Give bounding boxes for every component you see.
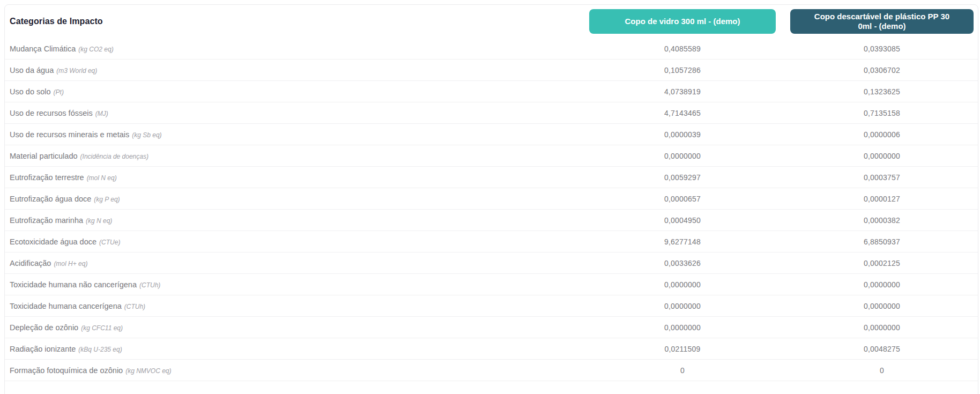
impact-category-unit: (kg CFC11 eq) [81, 324, 123, 332]
impact-category-label: Eutrofização terrestre [10, 173, 84, 182]
impact-category-label: Uso de recursos fósseis [10, 109, 93, 117]
impact-category-label: Uso do solo [10, 87, 51, 96]
product-1-value: 0,0033626 [589, 259, 776, 267]
product-1-value: 0,4085589 [589, 44, 776, 53]
impact-category-unit: (m3 World eq) [56, 67, 97, 75]
product-1-value: 0,0004950 [589, 216, 776, 225]
product-2-value: 0,1323625 [790, 87, 974, 96]
impact-table-row: Formação fotoquímica de ozônio(kg NMVOC … [5, 360, 978, 381]
product-1-value: 0,0000000 [589, 323, 776, 332]
product-column-label-line: 0ml - (demo) [858, 21, 905, 31]
impact-table-row: Eutrofização terrestre(mol N eq) 0,00592… [5, 167, 978, 188]
impact-category-label: Uso de recursos minerais e metais [10, 130, 129, 139]
impact-category-label: Eutrofização água doce [10, 195, 91, 203]
impact-category-unit: (kg NMVOC eq) [125, 367, 171, 375]
impact-category-label: Radiação ionizante [10, 345, 76, 353]
impact-category-label: Ecotoxicidade água doce [10, 237, 96, 246]
impact-category-unit: (mol N eq) [87, 174, 117, 182]
impact-category-unit: (kg P eq) [94, 196, 120, 203]
impact-category-unit: (MJ) [95, 110, 108, 117]
product-1-value: 0,0211509 [589, 345, 776, 353]
impact-category-label: Formação fotoquímica de ozônio [10, 366, 123, 375]
product-2-value: 0,0000000 [790, 323, 974, 332]
impact-category-label: Eutrofização marinha [10, 216, 83, 225]
product-2-value: 6,8850937 [790, 237, 974, 246]
impact-category-label: Toxicidade humana cancerígena [10, 302, 122, 310]
product-2-value: 0,0393085 [790, 44, 974, 53]
product-2-value: 0,0000000 [790, 280, 974, 289]
product-2-value: 0,0000000 [790, 302, 974, 310]
impact-table-row: Uso de recursos fósseis(MJ) 4,7143465 0,… [5, 102, 978, 124]
impact-category-unit: (CTUh) [124, 303, 145, 310]
impact-category-unit: (kg N eq) [86, 217, 112, 225]
impact-table-row: Toxicidade humana cancerígena(CTUh) 0,00… [5, 295, 978, 317]
product-1-value: 4,0738919 [589, 87, 776, 96]
impact-table-row: Depleção de ozônio(kg CFC11 eq) 0,000000… [5, 317, 978, 338]
impact-table-row: Material particulado(Incidência de doenç… [5, 145, 978, 167]
product-2-value: 0,7135158 [790, 109, 974, 117]
impact-category-unit: (Incidência de doenças) [80, 153, 149, 160]
product-column-button-1[interactable]: Copo de vidro 300 ml - (demo) [589, 9, 776, 34]
product-2-value: 0,0306702 [790, 66, 974, 75]
product-1-value: 0,0000000 [589, 302, 776, 310]
impact-category-unit: (kg CO2 eq) [78, 46, 113, 53]
impact-table-row: Acidificação(mol H+ eq) 0,0033626 0,0002… [5, 252, 978, 274]
impact-comparison-card: Categorias de Impacto Copo de vidro 300 … [4, 4, 978, 394]
impact-category-label: Acidificação [10, 259, 51, 267]
product-column-label-line: Copo de vidro 300 ml - (demo) [625, 17, 740, 26]
product-2-value: 0,0003757 [790, 173, 974, 182]
impact-table-row: Radiação ionizante(kBq U-235 eq) 0,02115… [5, 338, 978, 360]
product-2-value: 0,0000382 [790, 216, 974, 225]
impact-categories-title: Categorias de Impacto [10, 17, 575, 26]
impact-table-row: Ecotoxicidade água doce(CTUe) 9,6277148 … [5, 231, 978, 252]
product-1-value: 0,0000657 [589, 195, 776, 203]
product-1-value: 0,0000000 [589, 152, 776, 160]
impact-table-row: Toxicidade humana não cancerígena(CTUh) … [5, 274, 978, 295]
impact-category-unit: (Pt) [54, 88, 64, 96]
product-1-value: 0,0000039 [589, 130, 776, 139]
impact-category-label: Uso da água [10, 66, 54, 75]
product-2-value: 0,0000006 [790, 130, 974, 139]
impact-table-row: Mudança Climática(kg CO2 eq) 0,4085589 0… [5, 38, 978, 60]
impact-table-row: Uso da água(m3 World eq) 0,1057286 0,030… [5, 60, 978, 81]
product-column-label-line: Copo descartável de plástico PP 30 [814, 12, 949, 21]
product-2-value: 0 [790, 366, 974, 375]
table-header-row: Categorias de Impacto Copo de vidro 300 … [5, 5, 978, 38]
product-2-value: 0,0000000 [790, 152, 974, 160]
product-2-value: 0,0002125 [790, 259, 974, 267]
impact-category-unit: (CTUh) [139, 281, 160, 289]
product-2-value: 0,0000127 [790, 195, 974, 203]
impact-category-label: Material particulado [10, 152, 78, 160]
product-2-value: 0,0048275 [790, 345, 974, 353]
impact-category-unit: (kg Sb eq) [132, 131, 161, 139]
product-column-button-2[interactable]: Copo descartável de plástico PP 300ml - … [790, 9, 974, 34]
impact-category-label: Mudança Climática [10, 44, 76, 53]
product-1-value: 0,1057286 [589, 66, 776, 75]
impact-table-row: Uso de recursos minerais e metais(kg Sb … [5, 124, 978, 145]
product-1-value: 0,0059297 [589, 173, 776, 182]
product-1-value: 4,7143465 [589, 109, 776, 117]
product-1-value: 0,0000000 [589, 280, 776, 289]
impact-rows-container: Mudança Climática(kg CO2 eq) 0,4085589 0… [5, 38, 978, 381]
impact-category-label: Depleção de ozônio [10, 323, 78, 332]
impact-category-unit: (CTUe) [99, 239, 120, 246]
product-1-value: 0 [589, 366, 776, 375]
impact-category-unit: (mol H+ eq) [54, 260, 87, 267]
impact-category-unit: (kBq U-235 eq) [78, 346, 122, 353]
impact-table-row: Eutrofização marinha(kg N eq) 0,0004950 … [5, 210, 978, 231]
impact-table-row: Eutrofização água doce(kg P eq) 0,000065… [5, 188, 978, 210]
product-1-value: 9,6277148 [589, 237, 776, 246]
impact-category-label: Toxicidade humana não cancerígena [10, 280, 137, 289]
impact-table-row: Uso do solo(Pt) 4,0738919 0,1323625 [5, 81, 978, 102]
